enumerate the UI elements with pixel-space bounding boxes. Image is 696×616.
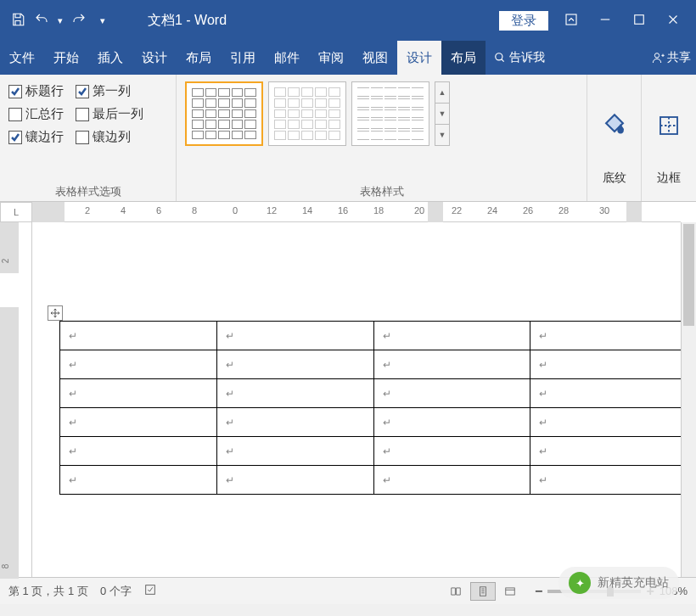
style-plain-1[interactable] bbox=[268, 81, 346, 146]
table-row: ↵↵↵↵ bbox=[60, 437, 688, 466]
ribbon-tabs: 文件 开始 插入 设计 布局 引用 邮件 审阅 视图 设计 布局 告诉我 共享 bbox=[0, 41, 696, 75]
scrollbar-vertical[interactable] bbox=[681, 222, 696, 577]
borders-icon bbox=[656, 80, 682, 171]
group-table-styles: ▲▼▼ 表格样式 bbox=[177, 75, 587, 201]
group-style-options: 标题行 第一列 汇总行 最后一列 镶边行 镶边列 表格样式选项 bbox=[0, 75, 177, 201]
watermark: ✦ 新精英充电站 bbox=[558, 567, 679, 599]
view-buttons bbox=[443, 582, 523, 601]
document-table[interactable]: ↵↵↵↵ ↵↵↵↵ ↵↵↵↵ ↵↵↵↵ ↵↵↵↵ ↵↵↵↵ bbox=[59, 321, 688, 495]
check-total-row[interactable]: 汇总行 bbox=[8, 106, 64, 122]
tab-file[interactable]: 文件 bbox=[0, 41, 44, 75]
tab-insert[interactable]: 插入 bbox=[88, 41, 132, 75]
svg-point-2 bbox=[496, 53, 502, 60]
share-button[interactable]: 共享 bbox=[647, 41, 696, 75]
check-banded-row[interactable]: 镶边行 bbox=[8, 129, 64, 145]
minimize-icon[interactable] bbox=[598, 12, 613, 30]
login-button[interactable]: 登录 bbox=[499, 11, 548, 31]
wechat-icon: ✦ bbox=[569, 572, 591, 594]
style-grid[interactable] bbox=[185, 81, 263, 146]
window-title: 文档1 - Word bbox=[105, 12, 499, 30]
table-move-handle[interactable] bbox=[48, 305, 63, 321]
maximize-icon[interactable] bbox=[631, 12, 647, 30]
table-row: ↵↵↵↵ bbox=[60, 408, 688, 437]
svg-rect-6 bbox=[480, 586, 486, 596]
table-row: ↵↵↵↵ bbox=[60, 466, 688, 495]
svg-rect-0 bbox=[566, 14, 576, 25]
svg-rect-7 bbox=[506, 587, 515, 594]
view-print[interactable] bbox=[470, 582, 496, 601]
svg-rect-1 bbox=[635, 14, 644, 24]
shading-icon bbox=[600, 80, 629, 171]
tab-design[interactable]: 设计 bbox=[132, 41, 177, 75]
status-proofing-icon[interactable] bbox=[143, 583, 157, 599]
quick-access-toolbar: ▾ ▾ bbox=[10, 12, 105, 30]
tab-references[interactable]: 引用 bbox=[221, 41, 265, 75]
status-page[interactable]: 第 1 页，共 1 页 bbox=[8, 584, 88, 599]
view-web[interactable] bbox=[497, 582, 523, 601]
tab-home[interactable]: 开始 bbox=[44, 41, 88, 75]
undo-more-icon[interactable]: ▾ bbox=[58, 15, 63, 26]
page[interactable]: ↵↵↵↵ ↵↵↵↵ ↵↵↵↵ ↵↵↵↵ ↵↵↵↵ ↵↵↵↵ bbox=[41, 227, 681, 577]
style-plain-2[interactable] bbox=[351, 81, 429, 146]
document-area: L 2 4 6 8 0 12 14 16 18 20 22 24 26 28 3… bbox=[0, 202, 696, 577]
check-first-col[interactable]: 第一列 bbox=[76, 83, 131, 99]
check-header-row[interactable]: 标题行 bbox=[8, 83, 64, 99]
tab-table-design[interactable]: 设计 bbox=[397, 41, 441, 75]
table-row: ↵↵↵↵ bbox=[60, 322, 688, 350]
tab-table-layout[interactable]: 布局 bbox=[441, 41, 486, 75]
ribbon: 标题行 第一列 汇总行 最后一列 镶边行 镶边列 表格样式选项 bbox=[0, 75, 696, 202]
ruler-vertical[interactable]: 2 8 bbox=[0, 222, 32, 577]
title-bar: ▾ ▾ 文档1 - Word 登录 bbox=[0, 0, 696, 41]
undo-icon[interactable] bbox=[34, 12, 49, 30]
group-borders[interactable]: 边框 bbox=[642, 75, 696, 201]
tell-me[interactable]: 告诉我 bbox=[486, 41, 553, 75]
tab-selector[interactable]: L bbox=[0, 202, 32, 222]
group-label: 表格样式选项 bbox=[8, 181, 167, 201]
tab-view[interactable]: 视图 bbox=[353, 41, 397, 75]
ruler-horizontal[interactable]: L 2 4 6 8 0 12 14 16 18 20 22 24 26 28 3… bbox=[32, 202, 681, 222]
check-last-col[interactable]: 最后一列 bbox=[76, 106, 143, 122]
zoom-out[interactable]: − bbox=[535, 584, 542, 599]
redo-icon[interactable] bbox=[71, 12, 87, 30]
svg-point-3 bbox=[654, 53, 659, 58]
table-row: ↵↵↵↵ bbox=[60, 350, 688, 379]
table-row: ↵↵↵↵ bbox=[60, 379, 688, 408]
close-icon[interactable] bbox=[665, 12, 681, 30]
group-shading[interactable]: 底纹 bbox=[587, 75, 642, 201]
check-banded-col[interactable]: 镶边列 bbox=[76, 129, 131, 145]
tab-review[interactable]: 审阅 bbox=[309, 41, 353, 75]
gallery-scroll[interactable]: ▲▼▼ bbox=[435, 81, 450, 146]
ribbon-options-icon[interactable] bbox=[564, 12, 579, 30]
window-controls bbox=[558, 12, 686, 30]
status-words[interactable]: 0 个字 bbox=[100, 584, 132, 599]
tab-mailings[interactable]: 邮件 bbox=[265, 41, 309, 75]
group-label: 表格样式 bbox=[185, 181, 578, 201]
save-icon[interactable] bbox=[10, 12, 25, 30]
tab-layout[interactable]: 布局 bbox=[177, 41, 221, 75]
svg-rect-5 bbox=[145, 585, 154, 595]
view-read[interactable] bbox=[443, 582, 469, 601]
